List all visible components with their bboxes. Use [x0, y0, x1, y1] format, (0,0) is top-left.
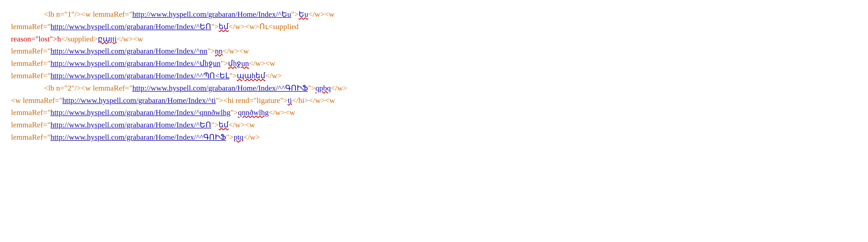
- lemmaref-attr-11-close: ">: [226, 133, 234, 141]
- lemmaref-attr-10-close: ">: [211, 120, 219, 129]
- armenian-word-6[interactable]: պաhեմ: [237, 71, 265, 80]
- armenian-word-9[interactable]: qnnðwlhg: [238, 108, 269, 116]
- armenian-word-8[interactable]: ti: [288, 96, 292, 105]
- armenian-word-2[interactable]: եմ: [219, 22, 228, 31]
- lemma-ref-link-4[interactable]: http://www.hyspell.com/grabaran/Home/Ind…: [51, 47, 207, 55]
- lemmaref-attr-4: lemmaRef=": [11, 47, 51, 55]
- line-2: lemmaRef="http://www.hyspell.com/grabara…: [11, 22, 299, 31]
- lemma-ref-link-8[interactable]: http://www.hyspell.com/grabaran/Home/Ind…: [62, 96, 216, 105]
- lemma-ref-link-11[interactable]: http://www.hyspell.com/grabaran/Home/Ind…: [51, 133, 226, 141]
- lemmaref-attr-8-close: ">: [216, 96, 223, 105]
- armenian-word-11[interactable]: ptq: [234, 133, 243, 141]
- lemma-ref-link-5[interactable]: http://www.hyspell.com/grabaran/Home/Ind…: [51, 59, 221, 68]
- lemmaref-attr-4-close: ">: [207, 47, 215, 55]
- line-5: lemmaRef="http://www.hyspell.com/grabara…: [11, 59, 275, 68]
- line-4: lemmaRef="http://www.hyspell.com/grabara…: [11, 47, 249, 55]
- lemma-ref-link-7[interactable]: http://www.hyspell.com/grabaran/Home/Ind…: [132, 84, 308, 92]
- armenian-word-4[interactable]: nn: [215, 47, 222, 55]
- hi-rend-open-8: <hi rend="ligature">: [223, 96, 288, 105]
- lemmaref-attr-10: lemmaRef=": [11, 120, 51, 129]
- w-tag-open-8: <w lemmaRef=": [11, 96, 62, 105]
- w-close-3: </w><w: [117, 35, 143, 43]
- armenian-word-10[interactable]: եմ: [219, 120, 228, 129]
- lemma-ref-link-2[interactable]: http://www.hyspell.com/grabaran/Home/Ind…: [51, 22, 211, 31]
- lemmaref-attr-5: lemmaRef=": [11, 59, 51, 68]
- xml-content-block: <lb n="1"/><w lemmaRef="http://www.hyspe…: [11, 8, 857, 143]
- w-close-tag-1: </w><w: [308, 10, 335, 19]
- reason-attr: reason="lost">: [11, 35, 57, 43]
- line-10: lemmaRef="http://www.hyspell.com/grabara…: [11, 120, 255, 129]
- w-close-10: </w><w: [228, 120, 255, 129]
- h-char: h: [57, 35, 61, 43]
- lemmaref-attr-6-close: ">: [229, 71, 237, 80]
- lemmaref-attr-2: lemmaRef=": [11, 22, 51, 31]
- lemmaref-attr-5-close: ">: [221, 59, 228, 68]
- armenian-word-1[interactable]: Եu: [299, 10, 308, 19]
- w-tag-close-attr-1: ">: [291, 10, 299, 19]
- lemmaref-attr-9: lemmaRef=": [11, 108, 51, 116]
- lemmaref-attr-11: lemmaRef=": [11, 133, 51, 141]
- lemma-ref-link-9[interactable]: http://www.hyspell.com/grabaran/Home/Ind…: [51, 108, 230, 116]
- w-close-11: </w>: [243, 133, 260, 141]
- lemmaref-attr-7-close: ">: [308, 84, 315, 92]
- w-close-6: </w>: [265, 71, 282, 80]
- lemma-ref-link-10[interactable]: http://www.hyspell.com/grabaran/Home/Ind…: [51, 120, 211, 129]
- armenian-word-7[interactable]: qpbq: [315, 84, 331, 92]
- w-close-4: </w><w: [222, 47, 249, 55]
- line-11: lemmaRef="http://www.hyspell.com/grabara…: [11, 133, 260, 141]
- lemma-ref-link-6[interactable]: http://www.hyspell.com/grabaran/Home/Ind…: [51, 71, 229, 80]
- w-close-2: </w><w>: [228, 22, 259, 31]
- line-6: lemmaRef="http://www.hyspell.com/grabara…: [11, 71, 282, 80]
- u-text-2: Ու<supplied: [259, 22, 299, 31]
- line-1: <lb n="1"/><w lemmaRef="http://www.hyspe…: [11, 10, 335, 19]
- line-3: reason="lost">h</supplied>բայti</w><w: [11, 35, 143, 43]
- line-9: lemmaRef="http://www.hyspell.com/grabara…: [11, 108, 295, 116]
- lb-tag-1: <lb n="1"/>: [44, 10, 81, 19]
- w-close-9: </w><w: [269, 108, 295, 116]
- supplied-close: </supplied>: [61, 35, 98, 43]
- line-7: <lb n="2"/><w lemmaRef="http://www.hyspe…: [11, 84, 347, 92]
- armenian-word-3[interactable]: բայti: [98, 35, 117, 43]
- lemma-ref-link-1[interactable]: http://www.hyspell.com/grabaran/Home/Ind…: [132, 10, 291, 19]
- w-tag-open-1: <w lemmaRef=": [81, 10, 132, 19]
- lemmaref-attr-2-close: ">: [211, 22, 219, 31]
- armenian-word-5[interactable]: մhջun: [228, 59, 249, 68]
- hi-close-8: </hi></w><w: [292, 96, 335, 105]
- text-content: <lb n="1"/><w lemmaRef="http://www.hyspe…: [11, 8, 857, 143]
- w-close-5: </w><w: [249, 59, 275, 68]
- w-tag-open-7: <w lemmaRef=": [81, 84, 132, 92]
- lemmaref-attr-6: lemmaRef=": [11, 71, 51, 80]
- line-8: <w lemmaRef="http://www.hyspell.com/grab…: [11, 96, 335, 105]
- lemmaref-attr-9-close: ">: [230, 108, 238, 116]
- w-close-7: </w>: [331, 84, 347, 92]
- lb-tag-2: <lb n="2"/>: [44, 84, 81, 92]
